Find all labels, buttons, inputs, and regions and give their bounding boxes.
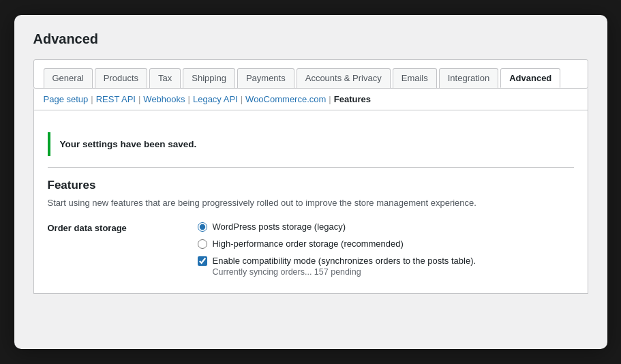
sep-2: | — [138, 94, 140, 104]
tab-products[interactable]: Products — [95, 68, 147, 88]
radio-legacy-text: WordPress posts storage (legacy) — [213, 222, 346, 232]
tab-integration[interactable]: Integration — [439, 68, 498, 88]
features-section-title: Features — [48, 179, 574, 192]
features-section-desc: Start using new features that are being … — [48, 198, 574, 208]
order-storage-label: Order data storage — [48, 222, 184, 233]
tab-shipping[interactable]: Shipping — [183, 68, 235, 88]
sep-5: | — [329, 94, 331, 104]
subnav-webhooks[interactable]: Webhooks — [143, 94, 185, 104]
tab-accounts-privacy[interactable]: Accounts & Privacy — [297, 68, 391, 88]
page-title: Advanced — [33, 31, 588, 47]
radio-hpos-label[interactable]: High-performance order storage (recommen… — [198, 239, 476, 249]
subnav-page-setup[interactable]: Page setup — [44, 94, 89, 104]
compatibility-wrapper: Enable compatibility mode (synchronizes … — [198, 256, 476, 277]
radio-legacy[interactable] — [198, 222, 207, 232]
content-area: Your settings have been saved. Features … — [33, 110, 588, 294]
radio-legacy-label[interactable]: WordPress posts storage (legacy) — [198, 222, 476, 232]
notice-success: Your settings have been saved. — [48, 132, 574, 156]
sub-nav: Page setup | REST API | Webhooks | Legac… — [33, 89, 588, 110]
main-window: Advanced General Products Tax Shipping P… — [14, 15, 607, 349]
subnav-legacy-api[interactable]: Legacy API — [193, 94, 238, 104]
tab-tax[interactable]: Tax — [149, 68, 181, 88]
radio-hpos[interactable] — [198, 239, 207, 249]
sep-3: | — [188, 94, 190, 104]
notice-text: Your settings have been saved. — [60, 139, 197, 149]
order-storage-controls: WordPress posts storage (legacy) High-pe… — [198, 222, 476, 277]
compatibility-text: Enable compatibility mode (synchronizes … — [213, 256, 476, 266]
subnav-features-active: Features — [334, 94, 371, 104]
sep-1: | — [91, 94, 93, 104]
subnav-woocommerce-com[interactable]: WooCommerce.com — [245, 94, 326, 104]
tab-emails[interactable]: Emails — [393, 68, 437, 88]
tab-payments[interactable]: Payments — [237, 68, 294, 88]
tab-general[interactable]: General — [44, 68, 93, 88]
sync-note: Currently syncing orders... 157 pending — [213, 267, 476, 277]
radio-hpos-text: High-performance order storage (recommen… — [213, 239, 404, 249]
tabs-row: General Products Tax Shipping Payments A… — [44, 68, 578, 88]
divider — [48, 167, 574, 168]
compatibility-checkbox[interactable] — [198, 256, 207, 266]
tabs-container: General Products Tax Shipping Payments A… — [33, 59, 588, 89]
compatibility-label[interactable]: Enable compatibility mode (synchronizes … — [198, 256, 476, 266]
tab-advanced[interactable]: Advanced — [500, 68, 560, 88]
order-storage-row: Order data storage WordPress posts stora… — [48, 222, 574, 277]
sep-4: | — [241, 94, 243, 104]
subnav-rest-api[interactable]: REST API — [96, 94, 136, 104]
